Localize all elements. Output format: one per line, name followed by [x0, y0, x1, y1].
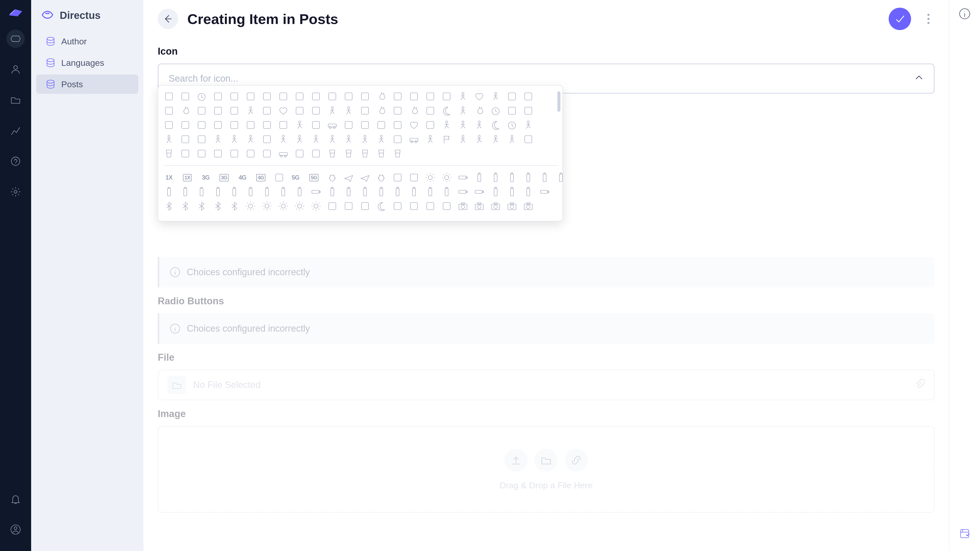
url-button[interactable]: [565, 449, 588, 472]
group-icon[interactable]: [164, 120, 174, 130]
bug-icon[interactable]: [327, 172, 337, 183]
lasso-icon[interactable]: [360, 106, 370, 116]
trend-icon[interactable]: [425, 120, 435, 130]
battery-i-icon[interactable]: [327, 187, 337, 197]
device-icon[interactable]: [393, 134, 403, 144]
hot-icon[interactable]: [474, 106, 484, 116]
waves-icon[interactable]: [327, 148, 337, 159]
cycling-icon[interactable]: [474, 120, 484, 130]
battery-h-0-icon[interactable]: [458, 172, 468, 183]
battery-j-icon[interactable]: [344, 187, 354, 197]
paint-icon[interactable]: [278, 120, 288, 130]
5g-icon[interactable]: 5G: [290, 172, 301, 183]
turn-icon[interactable]: [180, 134, 190, 144]
graduation-icon[interactable]: [376, 120, 387, 130]
photo-plus-icon[interactable]: [409, 106, 419, 116]
thermometer-down-icon[interactable]: [262, 148, 272, 159]
flame-icon[interactable]: [376, 106, 387, 116]
battery-full-icon[interactable]: [442, 187, 452, 197]
campfire-icon[interactable]: [376, 91, 387, 102]
plug-icon[interactable]: [164, 91, 174, 102]
glass-icon[interactable]: [344, 148, 354, 159]
paperclip-icon[interactable]: [915, 379, 924, 391]
ufo-icon[interactable]: [523, 106, 533, 116]
android-icon[interactable]: [376, 172, 387, 183]
scrollbar-thumb[interactable]: [557, 91, 560, 112]
battery-m-icon[interactable]: [393, 187, 403, 197]
battery-e-icon[interactable]: [262, 187, 272, 197]
icon-search-input[interactable]: [169, 73, 915, 84]
storm-icon[interactable]: [523, 134, 533, 144]
rail-insights[interactable]: [6, 121, 25, 140]
rail-files[interactable]: [6, 91, 25, 109]
tools-icon[interactable]: [425, 91, 435, 102]
1x-icon[interactable]: 1X: [164, 172, 174, 183]
airport-icon[interactable]: [360, 120, 370, 130]
battery-v-4-icon[interactable]: [539, 172, 550, 183]
pizza-icon[interactable]: [507, 106, 517, 116]
4g-plus-icon[interactable]: [274, 172, 284, 183]
moon-off-icon[interactable]: [442, 106, 452, 116]
pool-icon[interactable]: [164, 148, 174, 159]
people-arrows-icon[interactable]: [425, 106, 435, 116]
brightness-3-icon[interactable]: [278, 201, 288, 211]
football-icon[interactable]: [278, 134, 288, 144]
link-icon[interactable]: [311, 120, 321, 130]
piano-icon[interactable]: [229, 120, 239, 130]
save-button[interactable]: [889, 8, 911, 30]
plus-circle-icon[interactable]: [393, 201, 403, 211]
basketball-icon[interactable]: [229, 134, 239, 144]
camera-side-icon[interactable]: [474, 201, 484, 211]
heart-pulse-icon[interactable]: [474, 91, 484, 102]
map-fold-icon[interactable]: [229, 148, 239, 159]
bounding-box-icon[interactable]: [393, 91, 403, 102]
motorsport-icon[interactable]: [409, 134, 419, 144]
stairs-up-icon[interactable]: [197, 106, 207, 116]
protractor-icon[interactable]: [213, 148, 223, 159]
wrestling-icon[interactable]: [360, 134, 370, 144]
chevron-up-icon[interactable]: [915, 73, 924, 84]
spray-icon[interactable]: [344, 91, 354, 102]
rail-account[interactable]: [6, 520, 25, 539]
bluetooth-off-icon[interactable]: [197, 201, 207, 211]
plane-off-icon[interactable]: [360, 172, 370, 183]
blur-icon[interactable]: [409, 201, 419, 211]
megaphone-icon[interactable]: [360, 91, 370, 102]
activity-drawer-toggle[interactable]: [959, 527, 971, 541]
sign-icon[interactable]: [229, 91, 239, 102]
battery-eco-icon[interactable]: [523, 187, 533, 197]
bluetooth-icon[interactable]: [180, 201, 190, 211]
refresh-icon[interactable]: [213, 91, 223, 102]
architecture-icon[interactable]: [180, 91, 190, 102]
luggage-icon[interactable]: [294, 91, 305, 102]
more-menu-button[interactable]: [922, 8, 935, 30]
battery-n-icon[interactable]: [409, 187, 419, 197]
piano-off-icon[interactable]: [245, 120, 256, 130]
glass-half-icon[interactable]: [360, 148, 370, 159]
sim-alert-icon[interactable]: [409, 172, 419, 183]
bank-icon[interactable]: [344, 120, 354, 130]
upload-button[interactable]: [504, 449, 528, 472]
battery-f-icon[interactable]: [278, 187, 288, 197]
bathtub-icon[interactable]: [262, 91, 272, 102]
sidebar-item-author[interactable]: Author: [36, 32, 138, 51]
4g-boxed-icon[interactable]: 4G: [254, 172, 268, 183]
run-icon[interactable]: [458, 120, 468, 130]
moon-icon[interactable]: [490, 120, 501, 130]
flash-icon[interactable]: [360, 201, 370, 211]
presentation-icon[interactable]: [311, 106, 321, 116]
heart-icon[interactable]: [278, 106, 288, 116]
cake-icon[interactable]: [278, 91, 288, 102]
meditate-icon[interactable]: [442, 120, 452, 130]
team-icon[interactable]: [523, 91, 533, 102]
trowel-icon[interactable]: [507, 91, 517, 102]
tennis-icon[interactable]: [474, 134, 484, 144]
weight-icon[interactable]: [262, 106, 272, 116]
running-icon[interactable]: [523, 120, 533, 130]
hook-icon[interactable]: [197, 120, 207, 130]
swap-icon[interactable]: [327, 201, 337, 211]
handball-icon[interactable]: [327, 134, 337, 144]
tickets-icon[interactable]: [409, 91, 419, 102]
cricket-icon[interactable]: [245, 134, 256, 144]
brightness-high-icon[interactable]: [442, 172, 452, 183]
